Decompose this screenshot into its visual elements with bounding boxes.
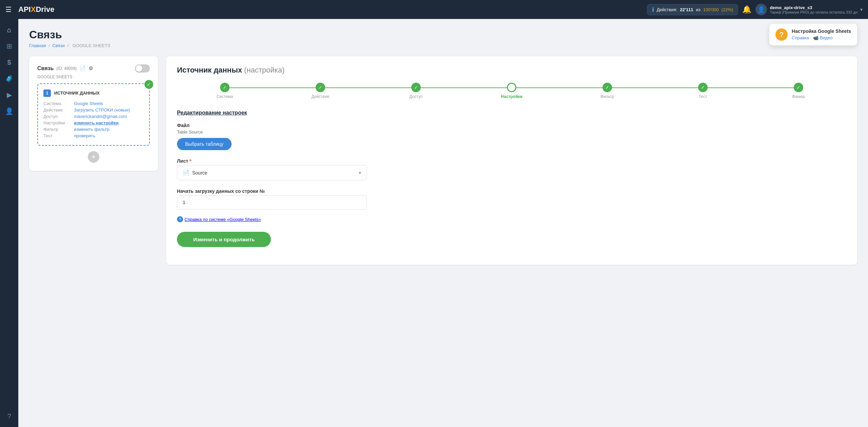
page-title: Связь: [29, 28, 857, 41]
actions-used: 22'111: [680, 7, 693, 12]
info-value-settings[interactable]: изменить настройки: [74, 120, 119, 125]
row-label: Начать загрузку данных со строки №: [177, 188, 846, 194]
source-block: ✓ 1 ИСТОЧНИК ДАННЫХ Система Google Sheet…: [37, 83, 150, 146]
source-number: 1: [43, 89, 51, 97]
info-label-system: Система: [43, 101, 74, 106]
step-circle-settings: [507, 83, 516, 92]
step-label-settings: Настройки: [501, 94, 522, 99]
step-test: ✓ Тест: [655, 83, 751, 99]
help-tooltip: ? Настройка Google Sheets Справка 📹 Виде…: [769, 24, 857, 45]
step-finish: ✓ Финиш: [751, 83, 846, 99]
form-section-title: Редактирование настроек: [177, 110, 846, 116]
card-header: Источник данных (настройка): [177, 66, 846, 75]
info-value-action[interactable]: Загрузить СТРОКИ (новые): [74, 107, 130, 113]
help-tooltip-help-link[interactable]: Справка: [792, 35, 809, 40]
select-table-button[interactable]: Выбрать таблицу: [177, 138, 232, 150]
connection-title: Связь (ID: 48008) 📄 ⚙: [37, 64, 150, 73]
logo-api: API: [18, 5, 31, 14]
add-block: +: [37, 151, 150, 163]
google-sheets-label: GOOGLE SHEETS: [37, 75, 150, 79]
actions-badge: ℹ Действия: 22'111 из 100'000 (22%): [647, 4, 738, 15]
logo: APIXDrive: [18, 5, 54, 14]
breadcrumb-sep2: /: [67, 43, 68, 48]
sidebar-item-play[interactable]: ▶: [2, 88, 16, 102]
main-layout: ⌂ ⊞ $ 🧳 ▶ 👤 ? Связь Главная / Связи / GO…: [0, 19, 868, 427]
sidebar-item-integrations[interactable]: 🧳: [2, 72, 16, 85]
sheet-value: Source: [192, 170, 207, 176]
step-settings: Настройки: [464, 83, 559, 99]
step-circle-test: ✓: [698, 83, 708, 92]
help-tooltip-video-link[interactable]: 📹 Видео: [813, 35, 833, 40]
gear-icon[interactable]: ⚙: [88, 65, 93, 72]
source-check-icon: ✓: [144, 80, 153, 89]
row-number-input[interactable]: [177, 195, 367, 209]
sidebar-item-grid[interactable]: ⊞: [2, 39, 16, 53]
info-label-settings: Настройки: [43, 120, 74, 125]
sheet-select[interactable]: 📄 Source ▾: [177, 165, 367, 180]
user-name: demo_apix-drive_s3: [770, 5, 857, 10]
info-label-test: Тест: [43, 133, 74, 138]
info-row-action: Действие Загрузить СТРОКИ (новые): [43, 107, 144, 113]
info-value-access[interactable]: maverickandrii@gmail.com: [74, 114, 127, 119]
help-tooltip-content: Настройка Google Sheets Справка 📹 Видео: [792, 28, 851, 40]
logo-drive: Drive: [36, 5, 54, 14]
sidebar-item-home[interactable]: ⌂: [2, 23, 16, 37]
actions-pct: (22%): [722, 7, 733, 12]
cards-row: Связь (ID: 48008) 📄 ⚙ GOOGLE SHEETS ✓ 1 …: [29, 56, 857, 265]
help-anchor[interactable]: Справка по системе «Google Sheets»: [184, 217, 261, 222]
form-section: Редактирование настроек Файл Table Sourc…: [177, 110, 846, 247]
file-sublabel: Table Source: [177, 129, 846, 135]
step-sistema: ✓ Система: [177, 83, 273, 99]
bell-icon[interactable]: 🔔: [742, 5, 751, 14]
connection-id: (ID: 48008): [56, 66, 77, 71]
doc-icon: 📄: [183, 169, 190, 176]
step-action: ✓ Действие: [273, 83, 368, 99]
copy-icon[interactable]: 📄: [79, 65, 86, 72]
sidebar-item-billing[interactable]: $: [2, 56, 16, 69]
stepper: ✓ Система ✓ Действие: [177, 83, 846, 99]
breadcrumb-current: GOOGLE SHEETS: [73, 43, 111, 48]
step-label-sistema: Система: [217, 94, 233, 99]
right-card: Источник данных (настройка) ✓ Система: [166, 56, 857, 265]
breadcrumb-connections[interactable]: Связи: [52, 43, 64, 48]
help-tooltip-title: Настройка Google Sheets: [792, 28, 851, 34]
user-info: demo_apix-drive_s3 Тариф |Премиум PRO| д…: [770, 5, 857, 14]
sidebar-item-account[interactable]: 👤: [2, 104, 16, 118]
step-circle-action: ✓: [316, 83, 325, 92]
sidebar-item-help[interactable]: ?: [2, 409, 16, 423]
add-button[interactable]: +: [88, 151, 99, 163]
step-circle-access: ✓: [411, 83, 421, 92]
actions-separator: из: [696, 7, 701, 12]
menu-icon[interactable]: ☰: [5, 5, 12, 14]
info-value-filter[interactable]: изменить фильтр: [74, 127, 110, 132]
left-card: Связь (ID: 48008) 📄 ⚙ GOOGLE SHEETS ✓ 1 …: [29, 56, 158, 171]
step-label-filter: Фильтр: [600, 94, 614, 99]
avatar: 👤: [755, 4, 767, 15]
save-button[interactable]: Изменить и продолжить: [177, 232, 271, 247]
toggle-switch[interactable]: [135, 64, 150, 73]
info-value-test[interactable]: проверить: [74, 133, 95, 138]
info-row-settings: Настройки изменить настройки: [43, 120, 144, 125]
sidebar: ⌂ ⊞ $ 🧳 ▶ 👤 ?: [0, 19, 18, 427]
info-row-access: Доступ maverickandrii@gmail.com: [43, 114, 144, 119]
help-tooltip-icon: ?: [775, 28, 788, 41]
step-circle-filter: ✓: [603, 83, 612, 92]
step-filter: ✓ Фильтр: [559, 83, 655, 99]
info-row-test: Тест проверить: [43, 133, 144, 138]
chevron-down-icon: ▾: [359, 170, 361, 176]
breadcrumb-home[interactable]: Главная: [29, 43, 46, 48]
help-tooltip-links: Справка 📹 Видео: [792, 35, 851, 40]
actions-label: Действия:: [657, 7, 677, 12]
file-label: Файл: [177, 123, 846, 128]
user-section: 👤 demo_apix-drive_s3 Тариф |Премиум PRO|…: [755, 4, 863, 15]
info-row-filter: Фильтр изменить фильтр: [43, 127, 144, 132]
info-label-filter: Фильтр: [43, 127, 74, 132]
chevron-down-icon[interactable]: ▾: [860, 7, 863, 12]
breadcrumb-sep1: /: [48, 43, 50, 48]
step-label-finish: Финиш: [792, 94, 805, 99]
info-value-system[interactable]: Google Sheets: [74, 101, 103, 106]
top-header: ☰ APIXDrive ℹ Действия: 22'111 из 100'00…: [0, 0, 868, 19]
page-content: Связь Главная / Связи / GOOGLE SHEETS Св…: [18, 19, 868, 427]
sheet-label: Лист *: [177, 158, 846, 164]
info-row-system: Система Google Sheets: [43, 101, 144, 106]
